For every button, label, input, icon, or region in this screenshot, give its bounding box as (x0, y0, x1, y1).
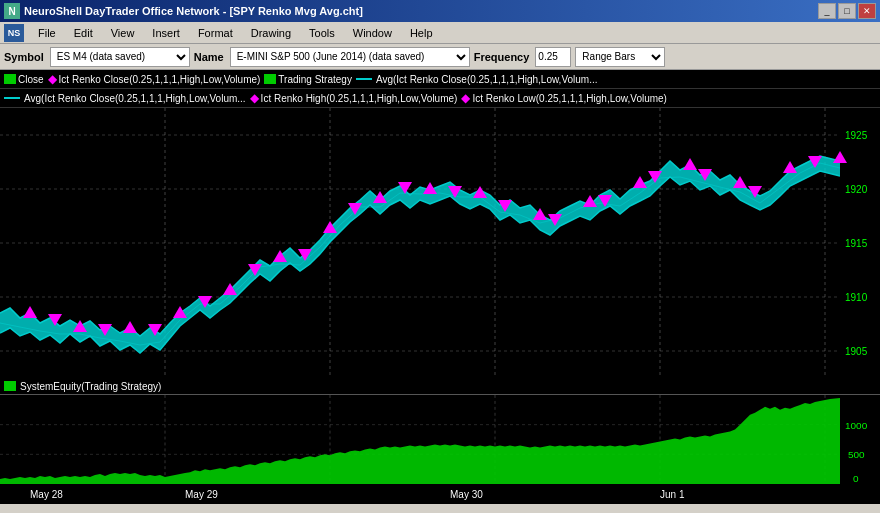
equity-chart-svg: 1000 500 0 (0, 395, 880, 484)
equity-legend-color (4, 381, 16, 391)
svg-text:1915: 1915 (845, 238, 868, 249)
svg-rect-61 (0, 484, 880, 504)
svg-text:1000: 1000 (845, 420, 868, 431)
menu-edit[interactable]: Edit (66, 25, 101, 41)
menu-insert[interactable]: Insert (144, 25, 188, 41)
legend-close: Close (4, 74, 44, 85)
equity-legend-text: SystemEquity(Trading Strategy) (20, 381, 161, 392)
name-select[interactable]: E-MINI S&P 500 (June 2014) (data saved) (230, 47, 470, 67)
legend-renko-high-text: Ict Renko High(0.25,1,1,1,High,Low,Volum… (261, 93, 458, 104)
svg-text:Jun 1: Jun 1 (660, 489, 685, 500)
svg-text:May 29: May 29 (185, 489, 218, 500)
title-bar-buttons[interactable]: _ □ ✕ (818, 3, 876, 19)
title-bar-text: NeuroShell DayTrader Office Network - [S… (24, 5, 363, 17)
svg-text:1910: 1910 (845, 292, 868, 303)
legend-renko-close: ◆ Ict Renko Close(0.25,1,1,1,High,Low,Vo… (48, 72, 261, 86)
symbol-select[interactable]: ES M4 (data saved) (50, 47, 190, 67)
app-logo: NS (4, 24, 24, 42)
frequency-input[interactable] (535, 47, 571, 67)
title-bar: N NeuroShell DayTrader Office Network - … (0, 0, 880, 22)
menu-format[interactable]: Format (190, 25, 241, 41)
maximize-button[interactable]: □ (838, 3, 856, 19)
toolbar: Symbol ES M4 (data saved) Name E-MINI S&… (0, 44, 880, 70)
legend-trading-strategy: Trading Strategy (264, 74, 352, 85)
legend-renko-low: ◆ Ict Renko Low(0.25,1,1,1,High,Low,Volu… (461, 91, 667, 105)
name-label: Name (194, 51, 224, 63)
legend-avg-color (356, 78, 372, 80)
svg-text:May 28: May 28 (30, 489, 63, 500)
main-chart-svg: 1925 1920 1915 1910 1905 (0, 108, 880, 378)
svg-text:1925: 1925 (845, 130, 868, 141)
legend-avg2: Avg(Ict Renko Close(0.25,1,1,1,High,Low,… (4, 93, 246, 104)
menu-drawing[interactable]: Drawing (243, 25, 299, 41)
legend-renko-high-icon: ◆ (250, 91, 259, 105)
legend-renko-low-text: Ict Renko Low(0.25,1,1,1,High,Low,Volume… (472, 93, 667, 104)
menu-window[interactable]: Window (345, 25, 400, 41)
legend-close-text: Close (18, 74, 44, 85)
legend-renko-low-icon: ◆ (461, 91, 470, 105)
x-axis: May 28 May 29 May 30 Jun 1 (0, 484, 880, 504)
svg-text:1920: 1920 (845, 184, 868, 195)
legend-renko-close-text: Ict Renko Close(0.25,1,1,1,High,Low,Volu… (59, 74, 261, 85)
svg-text:0: 0 (853, 473, 859, 484)
chart-container: Close ◆ Ict Renko Close(0.25,1,1,1,High,… (0, 70, 880, 504)
legend-close-color (4, 74, 16, 84)
svg-text:1905: 1905 (845, 346, 868, 357)
menu-tools[interactable]: Tools (301, 25, 343, 41)
svg-text:500: 500 (848, 449, 865, 460)
x-axis-svg: May 28 May 29 May 30 Jun 1 (0, 484, 880, 504)
legend-avg-renko: Avg(Ict Renko Close(0.25,1,1,1,High,Low,… (356, 74, 598, 85)
legend-strategy-color (264, 74, 276, 84)
menu-help[interactable]: Help (402, 25, 441, 41)
equity-legend: SystemEquity(Trading Strategy) (0, 378, 880, 394)
menu-file[interactable]: File (30, 25, 64, 41)
close-button[interactable]: ✕ (858, 3, 876, 19)
legend-avg2-text: Avg(Ict Renko Close(0.25,1,1,1,High,Low,… (24, 93, 246, 104)
legend-strategy-text: Trading Strategy (278, 74, 352, 85)
menu-view[interactable]: View (103, 25, 143, 41)
svg-text:May 30: May 30 (450, 489, 483, 500)
legend-row1: Close ◆ Ict Renko Close(0.25,1,1,1,High,… (0, 70, 880, 89)
legend-avg2-color (4, 97, 20, 99)
equity-chart: 1000 500 0 (0, 394, 880, 484)
main-chart: 1925 1920 1915 1910 1905 (0, 108, 880, 378)
app-icon: N (4, 3, 20, 19)
legend-avg-text: Avg(Ict Renko Close(0.25,1,1,1,High,Low,… (376, 74, 598, 85)
legend-renko-close-icon: ◆ (48, 72, 57, 86)
legend-row2: Avg(Ict Renko Close(0.25,1,1,1,High,Low,… (0, 89, 880, 108)
menu-bar: NS File Edit View Insert Format Drawing … (0, 22, 880, 44)
symbol-label: Symbol (4, 51, 44, 63)
frequency-label: Frequency (474, 51, 530, 63)
range-select[interactable]: Range Bars (575, 47, 665, 67)
legend-renko-high: ◆ Ict Renko High(0.25,1,1,1,High,Low,Vol… (250, 91, 458, 105)
minimize-button[interactable]: _ (818, 3, 836, 19)
